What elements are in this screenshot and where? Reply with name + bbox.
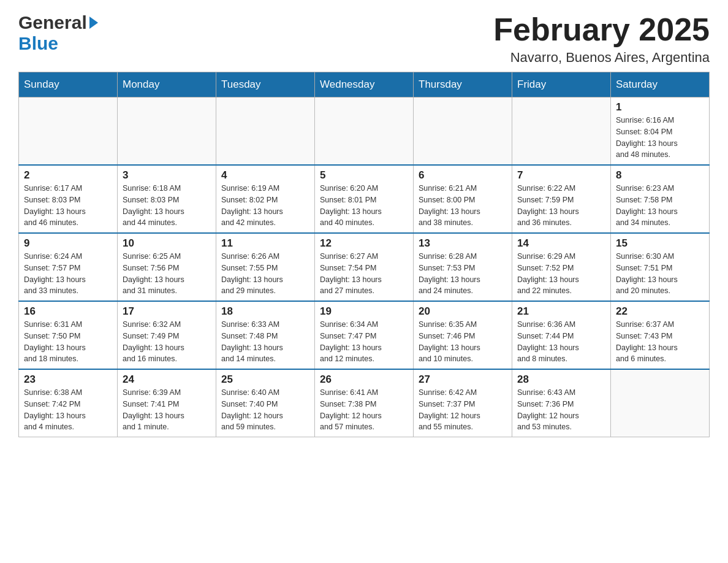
day-info: Sunrise: 6:23 AM Sunset: 7:58 PM Dayligh… bbox=[616, 183, 704, 229]
calendar-day-cell: 11Sunrise: 6:26 AM Sunset: 7:55 PM Dayli… bbox=[216, 233, 315, 301]
day-number: 28 bbox=[517, 373, 605, 386]
day-number: 26 bbox=[320, 373, 408, 386]
calendar-day-cell bbox=[315, 98, 414, 166]
day-info: Sunrise: 6:21 AM Sunset: 8:00 PM Dayligh… bbox=[419, 183, 507, 229]
calendar-day-cell: 28Sunrise: 6:43 AM Sunset: 7:36 PM Dayli… bbox=[512, 369, 611, 437]
col-wednesday: Wednesday bbox=[315, 72, 414, 98]
calendar-day-cell: 21Sunrise: 6:36 AM Sunset: 7:44 PM Dayli… bbox=[512, 301, 611, 369]
day-info: Sunrise: 6:43 AM Sunset: 7:36 PM Dayligh… bbox=[517, 387, 605, 433]
day-number: 5 bbox=[320, 169, 408, 182]
day-info: Sunrise: 6:38 AM Sunset: 7:42 PM Dayligh… bbox=[24, 387, 112, 433]
calendar-day-cell bbox=[414, 98, 512, 166]
day-number: 20 bbox=[419, 305, 507, 318]
logo-blue-text: Blue bbox=[18, 33, 58, 53]
day-number: 27 bbox=[419, 373, 507, 386]
day-info: Sunrise: 6:28 AM Sunset: 7:53 PM Dayligh… bbox=[419, 251, 507, 297]
calendar-day-cell: 26Sunrise: 6:41 AM Sunset: 7:38 PM Dayli… bbox=[315, 369, 414, 437]
day-info: Sunrise: 6:35 AM Sunset: 7:46 PM Dayligh… bbox=[419, 319, 507, 365]
day-number: 13 bbox=[419, 237, 507, 250]
calendar-day-cell bbox=[512, 98, 611, 166]
col-friday: Friday bbox=[512, 72, 611, 98]
day-number: 4 bbox=[221, 169, 309, 182]
calendar-day-cell: 14Sunrise: 6:29 AM Sunset: 7:52 PM Dayli… bbox=[512, 233, 611, 301]
day-number: 6 bbox=[419, 169, 507, 182]
calendar-day-cell: 25Sunrise: 6:40 AM Sunset: 7:40 PM Dayli… bbox=[216, 369, 315, 437]
calendar-day-cell: 4Sunrise: 6:19 AM Sunset: 8:02 PM Daylig… bbox=[216, 165, 315, 233]
day-number: 1 bbox=[616, 101, 704, 113]
day-info: Sunrise: 6:42 AM Sunset: 7:37 PM Dayligh… bbox=[419, 387, 507, 433]
day-number: 15 bbox=[616, 237, 704, 250]
calendar-week-row: 16Sunrise: 6:31 AM Sunset: 7:50 PM Dayli… bbox=[19, 301, 710, 369]
day-info: Sunrise: 6:30 AM Sunset: 7:51 PM Dayligh… bbox=[616, 251, 704, 297]
day-info: Sunrise: 6:32 AM Sunset: 7:49 PM Dayligh… bbox=[123, 319, 211, 365]
day-number: 16 bbox=[24, 305, 112, 318]
day-number: 10 bbox=[123, 237, 211, 250]
calendar-week-row: 2Sunrise: 6:17 AM Sunset: 8:03 PM Daylig… bbox=[19, 165, 710, 233]
day-number: 23 bbox=[24, 373, 112, 386]
calendar-day-cell: 3Sunrise: 6:18 AM Sunset: 8:03 PM Daylig… bbox=[118, 165, 216, 233]
page-header: General Blue February 2025 Navarro, Buen… bbox=[18, 12, 710, 66]
day-info: Sunrise: 6:39 AM Sunset: 7:41 PM Dayligh… bbox=[123, 387, 211, 433]
calendar-day-cell: 9Sunrise: 6:24 AM Sunset: 7:57 PM Daylig… bbox=[19, 233, 118, 301]
day-info: Sunrise: 6:31 AM Sunset: 7:50 PM Dayligh… bbox=[24, 319, 112, 365]
day-info: Sunrise: 6:20 AM Sunset: 8:01 PM Dayligh… bbox=[320, 183, 408, 229]
day-number: 18 bbox=[221, 305, 309, 318]
day-info: Sunrise: 6:24 AM Sunset: 7:57 PM Dayligh… bbox=[24, 251, 112, 297]
calendar-day-cell bbox=[19, 98, 118, 166]
calendar-table: Sunday Monday Tuesday Wednesday Thursday… bbox=[18, 72, 710, 437]
calendar-day-cell: 24Sunrise: 6:39 AM Sunset: 7:41 PM Dayli… bbox=[118, 369, 216, 437]
day-info: Sunrise: 6:37 AM Sunset: 7:43 PM Dayligh… bbox=[616, 319, 704, 365]
day-number: 19 bbox=[320, 305, 408, 318]
day-info: Sunrise: 6:27 AM Sunset: 7:54 PM Dayligh… bbox=[320, 251, 408, 297]
calendar-day-cell: 6Sunrise: 6:21 AM Sunset: 8:00 PM Daylig… bbox=[414, 165, 512, 233]
logo-triangle-icon bbox=[89, 17, 98, 29]
calendar-week-row: 9Sunrise: 6:24 AM Sunset: 7:57 PM Daylig… bbox=[19, 233, 710, 301]
day-info: Sunrise: 6:17 AM Sunset: 8:03 PM Dayligh… bbox=[24, 183, 112, 229]
calendar-day-cell: 15Sunrise: 6:30 AM Sunset: 7:51 PM Dayli… bbox=[611, 233, 710, 301]
day-info: Sunrise: 6:29 AM Sunset: 7:52 PM Dayligh… bbox=[517, 251, 605, 297]
calendar-day-cell: 13Sunrise: 6:28 AM Sunset: 7:53 PM Dayli… bbox=[414, 233, 512, 301]
day-info: Sunrise: 6:41 AM Sunset: 7:38 PM Dayligh… bbox=[320, 387, 408, 433]
day-info: Sunrise: 6:26 AM Sunset: 7:55 PM Dayligh… bbox=[221, 251, 309, 297]
calendar-day-cell: 20Sunrise: 6:35 AM Sunset: 7:46 PM Dayli… bbox=[414, 301, 512, 369]
day-number: 14 bbox=[517, 237, 605, 250]
calendar-day-cell: 27Sunrise: 6:42 AM Sunset: 7:37 PM Dayli… bbox=[414, 369, 512, 437]
calendar-day-cell: 2Sunrise: 6:17 AM Sunset: 8:03 PM Daylig… bbox=[19, 165, 118, 233]
month-title: February 2025 bbox=[493, 12, 710, 47]
calendar-day-cell bbox=[118, 98, 216, 166]
day-number: 22 bbox=[616, 305, 704, 318]
calendar-day-cell: 18Sunrise: 6:33 AM Sunset: 7:48 PM Dayli… bbox=[216, 301, 315, 369]
calendar-day-cell: 22Sunrise: 6:37 AM Sunset: 7:43 PM Dayli… bbox=[611, 301, 710, 369]
day-info: Sunrise: 6:25 AM Sunset: 7:56 PM Dayligh… bbox=[123, 251, 211, 297]
calendar-day-cell: 19Sunrise: 6:34 AM Sunset: 7:47 PM Dayli… bbox=[315, 301, 414, 369]
title-block: February 2025 Navarro, Buenos Aires, Arg… bbox=[493, 12, 710, 66]
calendar-day-cell: 17Sunrise: 6:32 AM Sunset: 7:49 PM Dayli… bbox=[118, 301, 216, 369]
day-info: Sunrise: 6:22 AM Sunset: 7:59 PM Dayligh… bbox=[517, 183, 605, 229]
day-info: Sunrise: 6:19 AM Sunset: 8:02 PM Dayligh… bbox=[221, 183, 309, 229]
day-number: 12 bbox=[320, 237, 408, 250]
calendar-day-cell: 1Sunrise: 6:16 AM Sunset: 8:04 PM Daylig… bbox=[611, 98, 710, 166]
logo-general-text: General bbox=[18, 12, 87, 33]
calendar-day-cell: 12Sunrise: 6:27 AM Sunset: 7:54 PM Dayli… bbox=[315, 233, 414, 301]
col-tuesday: Tuesday bbox=[216, 72, 315, 98]
col-thursday: Thursday bbox=[414, 72, 512, 98]
calendar-day-cell: 16Sunrise: 6:31 AM Sunset: 7:50 PM Dayli… bbox=[19, 301, 118, 369]
day-number: 9 bbox=[24, 237, 112, 250]
calendar-day-cell: 10Sunrise: 6:25 AM Sunset: 7:56 PM Dayli… bbox=[118, 233, 216, 301]
col-monday: Monday bbox=[118, 72, 216, 98]
day-number: 2 bbox=[24, 169, 112, 182]
day-info: Sunrise: 6:18 AM Sunset: 8:03 PM Dayligh… bbox=[123, 183, 211, 229]
calendar-day-cell bbox=[611, 369, 710, 437]
day-info: Sunrise: 6:40 AM Sunset: 7:40 PM Dayligh… bbox=[221, 387, 309, 433]
calendar-week-row: 1Sunrise: 6:16 AM Sunset: 8:04 PM Daylig… bbox=[19, 98, 710, 166]
day-number: 8 bbox=[616, 169, 704, 182]
day-number: 17 bbox=[123, 305, 211, 318]
logo: General Blue bbox=[18, 12, 98, 54]
calendar-day-cell: 5Sunrise: 6:20 AM Sunset: 8:01 PM Daylig… bbox=[315, 165, 414, 233]
day-number: 24 bbox=[123, 373, 211, 386]
day-info: Sunrise: 6:36 AM Sunset: 7:44 PM Dayligh… bbox=[517, 319, 605, 365]
day-number: 21 bbox=[517, 305, 605, 318]
day-info: Sunrise: 6:33 AM Sunset: 7:48 PM Dayligh… bbox=[221, 319, 309, 365]
location-title: Navarro, Buenos Aires, Argentina bbox=[493, 50, 710, 66]
day-number: 3 bbox=[123, 169, 211, 182]
